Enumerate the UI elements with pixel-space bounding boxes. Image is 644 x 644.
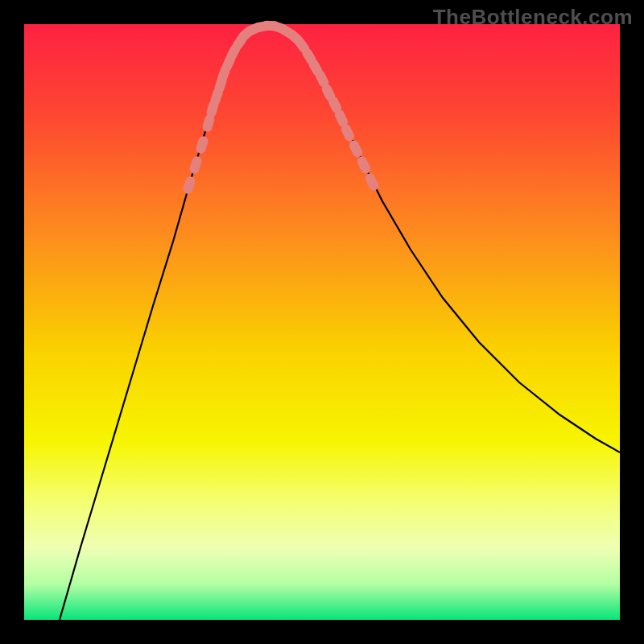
data-marker bbox=[195, 135, 209, 155]
data-marker bbox=[182, 175, 196, 196]
data-markers bbox=[182, 20, 380, 196]
data-marker bbox=[356, 155, 372, 175]
data-marker bbox=[188, 155, 203, 175]
chart-svg bbox=[24, 24, 620, 620]
chart-frame: TheBottleneck.com bbox=[0, 0, 644, 644]
data-marker bbox=[348, 138, 365, 159]
data-marker bbox=[364, 171, 380, 192]
watermark-text: TheBottleneck.com bbox=[433, 5, 633, 30]
plot-area bbox=[24, 24, 620, 620]
